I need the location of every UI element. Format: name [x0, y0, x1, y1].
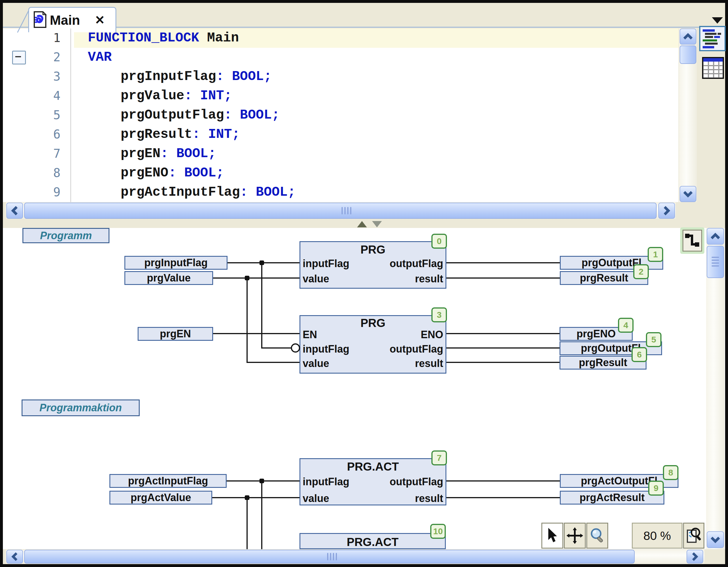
fb-block-prg-1[interactable]: PRG EN inputFlag value ENO outputFlag re… — [299, 315, 446, 373]
wire — [446, 497, 560, 498]
code-line[interactable]: 5prgOutputFlag: BOOL; — [3, 106, 678, 125]
fb-block-prg-0[interactable]: PRG inputFlag value outputFlag result — [299, 241, 446, 289]
fbd-scroll-down-icon[interactable] — [707, 531, 724, 548]
splitter-collapse-up-icon[interactable] — [357, 221, 367, 228]
editor-scroll-up-icon[interactable] — [680, 29, 696, 45]
var-box[interactable]: prgActInputFlag — [109, 474, 227, 488]
execution-order-badge: 6 — [632, 347, 647, 362]
fb-output-pin[interactable]: result — [415, 357, 443, 370]
fb-title: PRG.ACT — [300, 536, 445, 549]
wire — [261, 347, 292, 348]
text-view-button[interactable] — [699, 26, 726, 52]
editor-hscrollbar[interactable] — [6, 202, 676, 219]
tab-title: Main — [50, 12, 80, 28]
fb-output-pin[interactable]: result — [415, 492, 443, 505]
code-line[interactable]: 6prgResult: INT; — [3, 125, 678, 144]
table-view-button[interactable] — [702, 57, 724, 80]
code-line-text-area[interactable]: prgResult: INT; — [74, 125, 678, 144]
code-line[interactable]: 4prgValue: INT; — [3, 86, 678, 106]
wire — [247, 278, 248, 363]
code-line-text-area[interactable]: VAR — [74, 48, 678, 67]
fbd-hscroll-thumb[interactable] — [24, 550, 635, 564]
pan-tool-button[interactable] — [564, 523, 586, 549]
code-fold-toggle[interactable] — [12, 51, 26, 65]
editor-scroll-right-icon[interactable] — [658, 203, 675, 219]
fbd-hscrollbar[interactable] — [6, 550, 704, 564]
code-line-text-area[interactable]: prgValue: INT; — [74, 86, 678, 106]
execution-order-badge: 8 — [663, 465, 678, 480]
code-text: prgEN: BOOL; — [121, 146, 216, 161]
editor-scroll-left-icon[interactable] — [6, 203, 23, 219]
pan-move-icon — [566, 527, 583, 544]
code-line[interactable]: 9prgActInputFlag: BOOL; — [3, 183, 678, 202]
wire — [213, 333, 299, 334]
wire — [446, 278, 560, 279]
code-text: prgResult: INT; — [121, 127, 240, 142]
fb-output-pin[interactable]: outputFlag — [390, 475, 443, 488]
fb-output-pin[interactable]: result — [415, 272, 443, 285]
select-tool-button[interactable] — [541, 523, 563, 549]
execution-order-badge: 10 — [430, 524, 446, 539]
fb-input-pin[interactable]: value — [303, 272, 329, 285]
var-box[interactable]: prgValue — [124, 271, 213, 285]
wire — [446, 333, 560, 334]
code-text: prgOutputFlag: BOOL; — [121, 108, 280, 123]
line-number: 7 — [26, 147, 60, 161]
code-line-text-area[interactable]: prgENO: BOOL; — [74, 164, 678, 183]
fb-input-pin[interactable]: value — [303, 357, 329, 370]
code-text: prgENO: BOOL; — [121, 166, 224, 181]
tab-close-icon[interactable]: ✕ — [95, 13, 105, 27]
wire-junction — [259, 479, 264, 483]
fb-input-pin[interactable]: inputFlag — [303, 257, 349, 270]
wire-junction — [245, 276, 249, 280]
fb-input-pin[interactable]: inputFlag — [303, 475, 349, 488]
pou-document-icon — [33, 11, 47, 28]
tab-main[interactable]: Main ✕ — [28, 7, 116, 32]
var-box[interactable]: prgActValue — [109, 491, 212, 505]
line-number: 3 — [26, 69, 60, 84]
line-number: 6 — [26, 127, 60, 141]
network-tool-button[interactable] — [680, 228, 704, 254]
fb-block-prgact-0[interactable]: PRG.ACT inputFlag value outputFlag resul… — [299, 458, 446, 505]
code-line-text-area[interactable]: prgEN: BOOL; — [74, 144, 678, 164]
st-code-editor[interactable]: 1FUNCTION_BLOCK Main2VAR3prgInputFlag: B… — [3, 29, 678, 202]
code-line[interactable]: 7prgEN: BOOL; — [3, 144, 678, 164]
code-text: FUNCTION_BLOCK Main — [88, 31, 239, 46]
code-line-text-area[interactable]: prgOutputFlag: BOOL; — [74, 106, 678, 125]
var-box[interactable]: prgEN — [138, 327, 213, 341]
code-line[interactable]: 3prgInputFlag: BOOL; — [3, 67, 678, 86]
code-line-text-area[interactable]: prgActInputFlag: BOOL; — [74, 183, 678, 202]
code-line[interactable]: 8prgENO: BOOL; — [3, 164, 678, 183]
code-text: prgValue: INT; — [121, 88, 232, 103]
network-label-programmaktion[interactable]: Programmaktion — [22, 399, 140, 416]
splitter-collapse-down-icon[interactable] — [372, 221, 382, 228]
zoom-fit-button[interactable] — [683, 523, 704, 549]
network-label-programm[interactable]: Programm — [22, 228, 109, 243]
fb-output-pin[interactable]: outputFlag — [390, 342, 443, 356]
zoom-tool-button[interactable] — [586, 523, 608, 549]
execution-order-badge: 0 — [431, 234, 447, 249]
fb-input-pin[interactable]: EN — [303, 328, 317, 341]
var-box[interactable]: prgInputFlag — [124, 256, 227, 270]
fbd-scroll-up-icon[interactable] — [707, 228, 724, 245]
fbd-vscroll-thumb[interactable] — [707, 246, 724, 278]
code-line[interactable]: 2VAR — [3, 48, 678, 67]
code-line-text-area[interactable]: prgInputFlag: BOOL; — [74, 67, 678, 86]
editor-scroll-down-icon[interactable] — [680, 186, 696, 202]
current-line-highlight[interactable]: FUNCTION_BLOCK Main — [74, 29, 678, 48]
fbd-scroll-right-icon[interactable] — [687, 550, 703, 564]
editor-vscroll-thumb[interactable] — [680, 46, 696, 64]
zoom-level-display[interactable]: 80 % — [632, 523, 683, 549]
fb-input-pin[interactable]: inputFlag — [303, 342, 349, 356]
fb-input-pin[interactable]: value — [303, 492, 329, 505]
editor-vscrollbar[interactable] — [679, 29, 697, 202]
tab-overflow-dropdown-icon[interactable] — [712, 17, 723, 24]
fbd-scroll-left-icon[interactable] — [6, 550, 23, 564]
fbd-vscrollbar[interactable] — [706, 228, 725, 549]
fb-output-pin[interactable]: ENO — [421, 328, 443, 341]
fb-output-pin[interactable]: outputFlag — [390, 257, 443, 270]
fb-title: PRG — [300, 316, 445, 329]
editor-hscroll-thumb[interactable] — [24, 203, 657, 219]
wire — [247, 497, 248, 549]
fb-block-prgact-1[interactable]: PRG.ACT — [299, 533, 446, 549]
